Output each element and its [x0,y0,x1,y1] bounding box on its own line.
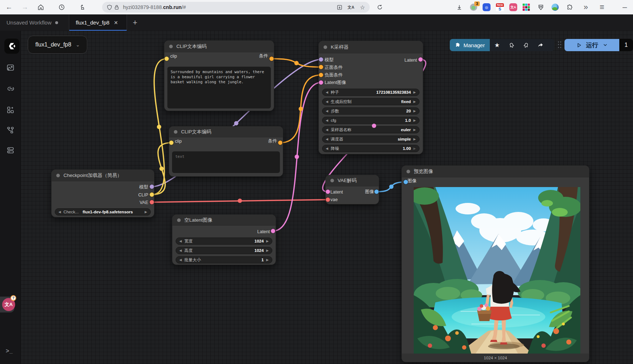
translate-extension-icon[interactable]: 文A [509,3,517,11]
increment-icon[interactable]: ▶ [266,240,269,243]
collapse-dot-icon[interactable] [177,218,181,222]
widget-control-after-generate[interactable]: ◀生成后控制fixed▶ [322,98,419,105]
widget-height[interactable]: ◀高度1024▶ [176,247,272,254]
node-library-icon[interactable] [6,84,15,93]
session-restore-icon[interactable] [77,2,88,13]
decrement-icon[interactable]: ◀ [179,249,182,252]
increment-icon[interactable]: ▶ [266,258,269,262]
url-text[interactable]: hyzi032879-8188.cnb.run/# [123,4,186,10]
shield-m-extension-icon[interactable] [535,2,546,13]
widget-width[interactable]: ◀宽度1024▶ [176,238,272,245]
node-header[interactable]: K采样器 [319,41,423,53]
collapse-dot-icon[interactable] [330,179,334,182]
share-icon[interactable] [533,39,548,51]
minimize-window-icon[interactable]: – [619,2,630,13]
qr-extension-icon[interactable] [523,4,530,11]
increment-icon[interactable]: ▶ [413,128,416,132]
collapse-dot-icon[interactable] [56,174,60,177]
workflows-icon[interactable] [6,126,15,134]
node-header[interactable]: 预览图像 [402,166,589,177]
reload-icon[interactable] [374,2,385,13]
preview-image[interactable] [414,187,580,354]
collapse-dot-icon[interactable] [174,130,177,134]
news-extension-icon[interactable]: NewS [496,3,504,11]
node-vae-decode[interactable]: VAE解码 Latent图像 vae [325,175,379,204]
widget-cfg[interactable]: ◀cfg1.0▶ [322,117,419,124]
node-preview-image[interactable]: 预览图像 图像 [401,165,589,362]
idm-extension-icon[interactable] [551,4,559,11]
collapse-dot-icon[interactable] [169,45,173,48]
decrement-icon[interactable]: ◀ [326,110,328,113]
forward-icon[interactable]: → [19,2,30,13]
decrement-icon[interactable]: ◀ [326,91,328,94]
menu-icon[interactable]: ≡ [597,2,607,13]
decrement-icon[interactable]: ◀ [179,240,182,243]
manager-button[interactable]: Manager [450,39,490,51]
bell-icon[interactable] [504,39,519,51]
increment-icon[interactable]: ▶ [145,210,147,214]
queue-count[interactable]: 1 [619,39,633,51]
decrement-icon[interactable]: ◀ [326,100,328,103]
node-header[interactable]: CLIP文本编码 [169,126,283,137]
increment-icon[interactable]: ▶ [413,119,416,122]
node-ksampler[interactable]: K采样器 模型Latent 正面条件 负面条件 Latent图像 ◀种子1721… [318,41,423,154]
bookmark-star-icon[interactable]: ☆ [359,4,366,11]
templates-icon[interactable] [6,106,15,114]
widget-denoise[interactable]: ◀降噪1.00▶ [322,145,419,152]
tracking-shield-icon[interactable] [106,4,113,11]
node-header[interactable]: VAE解码 [326,175,379,186]
overflow-chevrons-icon[interactable]: » [580,2,591,13]
run-button[interactable]: 运行 [564,39,619,51]
widget-batch-size[interactable]: ◀批量大小1▶ [176,256,272,263]
decrement-icon[interactable]: ◀ [326,138,328,141]
increment-icon[interactable]: ▶ [266,249,269,252]
increment-icon[interactable]: ▶ [413,100,416,103]
node-clip-text-encode-2[interactable]: CLIP文本编码 clip条件 text [169,126,283,177]
toolbar-drag-handle[interactable] [557,41,562,49]
decrement-icon[interactable]: ◀ [58,210,61,214]
translate-page-icon[interactable]: 文A [347,4,355,11]
terminal-icon[interactable]: >_ [6,348,13,354]
widget-steps[interactable]: ◀步数20▶ [322,107,419,115]
tab-unsaved-workflow[interactable]: Unsaved Workflow [0,14,69,31]
increment-icon[interactable]: ▶ [413,138,416,141]
back-icon[interactable]: ← [4,2,14,13]
prompt-textarea[interactable]: Surrounded by mountains and waters, ther… [167,67,271,108]
node-checkpoint-loader[interactable]: Checkpoint加载器（简易） 模型 CLIP VAE ◀Check...f… [51,169,154,217]
tab-flux1-dev-fp8[interactable]: flux1_dev_fp8 ✕ [69,14,127,31]
widget-seed[interactable]: ◀种子172108135923834▶ [322,89,419,96]
collapse-dot-icon[interactable] [324,45,327,49]
node-empty-latent[interactable]: 空Latent图像 Latent ◀宽度1024▶ ◀高度1024▶ ◀批量大小… [172,214,276,265]
prompt-textarea[interactable]: text [172,151,280,173]
decrement-icon[interactable]: ◀ [326,119,328,122]
help-badge-icon[interactable]: ? [10,295,16,301]
increment-icon[interactable]: ▶ [413,91,416,94]
bell-alt-icon[interactable] [519,39,533,51]
star-icon[interactable]: ★ [490,39,504,51]
close-tab-icon[interactable]: ✕ [114,20,118,26]
widget-sampler-name[interactable]: ◀采样器名称euler▶ [322,126,419,133]
node-header[interactable]: Checkpoint加载器（简易） [52,170,154,181]
node-header[interactable]: 空Latent图像 [172,215,276,226]
url-bar[interactable]: hyzi032879-8188.cnb.run/# 文A ☆ [102,2,370,13]
save-page-icon[interactable] [336,4,343,11]
decrement-icon[interactable]: ◀ [326,128,328,132]
lock-icon[interactable] [113,4,120,11]
app-extension-icon[interactable]: ◎ [483,3,491,11]
new-tab-button[interactable]: + [127,14,143,31]
increment-icon[interactable]: ▶ [413,147,416,150]
collapse-dot-icon[interactable] [406,170,410,173]
increment-icon[interactable]: ▶ [413,110,416,113]
decrement-icon[interactable]: ◀ [326,147,328,150]
widget-scheduler[interactable]: ◀调度器simple▶ [322,136,419,143]
comfyui-logo[interactable] [4,39,19,54]
downloads-icon[interactable] [454,2,465,13]
model-list-icon[interactable] [6,146,15,155]
queue-gallery-icon[interactable] [6,63,15,72]
history-icon[interactable] [56,2,67,13]
extensions-puzzle-icon[interactable] [564,2,575,13]
widget-ckpt-name[interactable]: ◀Check...flux1-dev-fp8.safetensors▶ [55,208,151,216]
translate-float-button[interactable]: 文A ? [0,297,14,312]
chevron-down-icon[interactable] [603,43,608,48]
workflow-selector[interactable]: flux1_dev_fp8 ⌄ [28,36,87,54]
